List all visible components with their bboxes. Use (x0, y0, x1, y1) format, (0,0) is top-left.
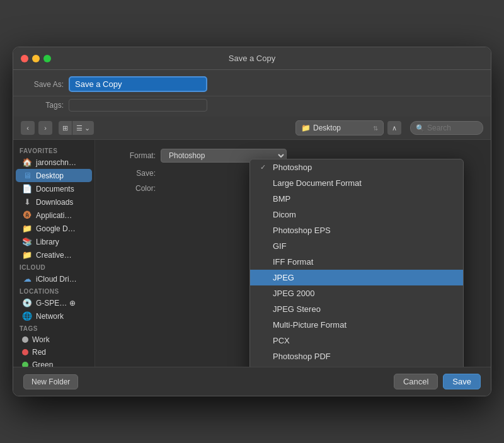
view-toggle-group: ⊞ ☰ ⌄ (59, 121, 94, 135)
location-picker[interactable]: 📁 Desktop ⇅ (295, 120, 384, 135)
dropdown-item-photoshop-eps[interactable]: Photoshop EPS (250, 222, 463, 238)
sidebar-item-red[interactable]: Red (16, 346, 92, 359)
sidebar-item-jaronschn[interactable]: 🏠 jaronschn… (16, 156, 92, 169)
sidebar-item-label: Creative… (36, 251, 72, 260)
folder-icon: 📁 (301, 124, 311, 132)
dropdown-item-photoshop-raw[interactable]: Photoshop Raw (250, 364, 463, 367)
toolbar: ‹ › ⊞ ☰ ⌄ 📁 Desktop ⇅ ∧ 🔍 (13, 117, 491, 140)
dropdown-item-jpeg2000[interactable]: JPEG 2000 (250, 285, 463, 301)
favorites-label: Favorites (13, 145, 94, 156)
traffic-lights (21, 55, 51, 62)
green-tag-dot (22, 362, 28, 367)
window-title: Save a Copy (229, 54, 275, 63)
sidebar-item-label: Library (36, 238, 59, 246)
sidebar-item-label: Green (32, 360, 53, 367)
action-buttons: Cancel Save (394, 374, 481, 389)
save-button[interactable]: Save (443, 374, 481, 389)
icloud-label: iCloud (13, 262, 94, 272)
sidebar-item-label: Desktop (36, 171, 64, 180)
file-area: Format: Photoshop Save: Color: ✓Photosho… (95, 140, 491, 367)
view-icon-button[interactable]: ⊞ (59, 121, 72, 135)
library-icon: 📚 (22, 237, 32, 246)
tags-row: Tags: (13, 96, 491, 117)
sidebar-item-label: Applicati… (36, 211, 72, 220)
sidebar-item-library[interactable]: 📚 Library (16, 235, 92, 248)
sidebar: Favorites 🏠 jaronschn… 🖥 Desktop 📄 Docum… (13, 140, 95, 367)
locations-label: Locations (13, 285, 94, 296)
bottom-bar: New Folder Cancel Save (13, 367, 491, 396)
sidebar-item-label: Documents (36, 185, 74, 193)
documents-icon: 📄 (22, 184, 32, 193)
sidebar-item-applications[interactable]: 🅐 Applicati… (16, 209, 92, 222)
icloud-icon: ☁ (22, 274, 32, 284)
work-tag-dot (22, 337, 28, 343)
sidebar-item-label: G-SPE… ⊕ (36, 299, 76, 308)
sidebar-item-label: Work (32, 335, 50, 344)
save-options-label: Save: (105, 169, 156, 178)
search-input[interactable] (427, 124, 478, 132)
home-icon: 🏠 (22, 158, 32, 167)
location-arrows: ⇅ (373, 125, 378, 132)
titlebar: Save a Copy (13, 47, 491, 70)
search-icon: 🔍 (416, 124, 425, 132)
dropdown-item-photoshop[interactable]: ✓Photoshop (250, 159, 463, 175)
sidebar-item-green[interactable]: Green (16, 359, 92, 367)
sidebar-item-label: jaronschn… (36, 158, 76, 167)
dropdown-item-pcx[interactable]: PCX (250, 333, 463, 348)
applications-icon: 🅐 (22, 210, 32, 220)
sidebar-item-google[interactable]: 📁 Google D… (16, 222, 92, 235)
save-as-input[interactable] (69, 76, 207, 92)
back-button[interactable]: ‹ (21, 121, 35, 135)
expand-button[interactable]: ∧ (387, 121, 401, 135)
dropdown-item-dicom[interactable]: Dicom (250, 207, 463, 222)
tags-section-label: Tags (13, 323, 94, 333)
dropdown-item-multi-pic[interactable]: Multi-Picture Format (250, 317, 463, 333)
check-icon: ✓ (260, 163, 269, 171)
sidebar-item-label: Downloads (36, 198, 73, 207)
dropdown-item-gif[interactable]: GIF (250, 238, 463, 254)
maximize-button[interactable] (43, 55, 51, 62)
tags-input[interactable] (69, 99, 207, 112)
downloads-icon: ⬇ (22, 197, 32, 207)
color-label: Color: (105, 184, 156, 193)
minimize-button[interactable] (32, 55, 40, 62)
dropdown-item-bmp[interactable]: BMP (250, 191, 463, 207)
dropdown-item-iff[interactable]: IFF Format (250, 254, 463, 270)
view-list-button[interactable]: ☰ ⌄ (72, 121, 94, 135)
forward-button[interactable]: › (38, 121, 52, 135)
sidebar-item-gspec[interactable]: 💿 G-SPE… ⊕ (16, 296, 92, 309)
sidebar-item-icloud[interactable]: ☁ iCloud Dri… (16, 272, 92, 285)
dropdown-item-jpeg-stereo[interactable]: JPEG Stereo (250, 301, 463, 317)
sidebar-item-label: iCloud Dri… (36, 275, 77, 284)
gspec-icon: 💿 (22, 298, 32, 308)
red-tag-dot (22, 349, 28, 355)
save-as-row: Save As: (13, 70, 491, 96)
sidebar-item-downloads[interactable]: ⬇ Downloads (16, 195, 92, 209)
sidebar-item-label: Network (36, 312, 64, 321)
format-label: Format: (105, 151, 156, 160)
desktop-icon: 🖥 (22, 171, 32, 180)
location-text: Desktop (313, 124, 370, 132)
sidebar-item-network[interactable]: 🌐 Network (16, 309, 92, 323)
format-dropdown[interactable]: ✓PhotoshopLarge Document FormatBMPDicomP… (249, 159, 464, 367)
dropdown-item-large-doc[interactable]: Large Document Format (250, 175, 463, 191)
sidebar-item-desktop[interactable]: 🖥 Desktop (16, 169, 92, 182)
network-icon: 🌐 (22, 311, 32, 321)
sidebar-item-label: Red (32, 348, 46, 357)
main-content: Favorites 🏠 jaronschn… 🖥 Desktop 📄 Docum… (13, 140, 491, 367)
cancel-button[interactable]: Cancel (394, 374, 438, 389)
save-as-label: Save As: (26, 80, 64, 89)
new-folder-button[interactable]: New Folder (23, 374, 78, 389)
search-box: 🔍 (410, 121, 483, 135)
sidebar-item-documents[interactable]: 📄 Documents (16, 182, 92, 195)
sidebar-item-creative[interactable]: 📁 Creative… (16, 248, 92, 262)
save-dialog: Save a Copy Save As: Tags: ‹ › ⊞ ☰ ⌄ 📁 D… (13, 47, 491, 396)
creative-icon: 📁 (22, 250, 32, 260)
tags-label: Tags: (26, 101, 64, 110)
dropdown-item-photoshop-pdf[interactable]: Photoshop PDF (250, 348, 463, 364)
sidebar-item-label: Google D… (36, 224, 76, 233)
sidebar-item-work[interactable]: Work (16, 333, 92, 346)
close-button[interactable] (21, 55, 28, 62)
dropdown-item-jpeg[interactable]: JPEG (250, 270, 463, 285)
google-drive-icon: 📁 (22, 224, 32, 233)
